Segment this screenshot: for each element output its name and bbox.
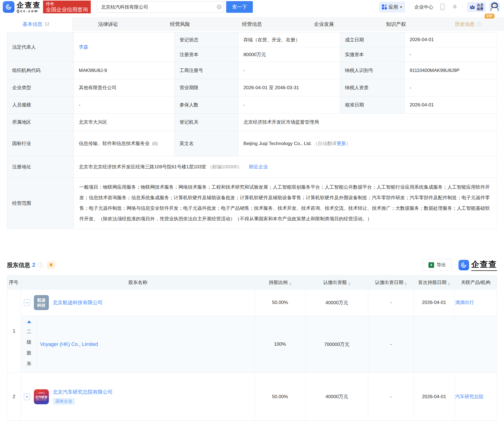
col-ratio[interactable]: 持股比例 — [255, 276, 306, 290]
logo-line1: 北汽研发 — [35, 395, 47, 399]
promo-line2: 全国企业信用查询 — [46, 7, 88, 13]
nearby-companies-link[interactable]: 附近企业 — [249, 164, 268, 169]
logo-name-cn: 企查查 — [17, 1, 41, 9]
en-name-note: （自动翻译 — [313, 141, 337, 146]
promo-badge[interactable]: 传奇 全国企业信用查询 — [43, 1, 91, 13]
vip-line2: 续费 — [477, 7, 483, 11]
excel-icon: X — [429, 262, 434, 268]
tab-operation-info[interactable]: 经营信息 — [216, 17, 288, 31]
related-product-link[interactable]: 滴滴出行 — [455, 300, 474, 305]
col-related: 关联产品/机构 — [455, 276, 497, 290]
label-biz-term: 营业期限 — [175, 79, 238, 96]
enterprise-center-link[interactable]: 企业中心 — [414, 4, 433, 10]
value-company-type: 其他有限责任公司 — [74, 79, 175, 96]
shareholder-sub-row: 二级股东 Voyager (HK) Co., Limited 100% 7000… — [7, 316, 497, 373]
collapse-button[interactable]: − — [24, 299, 30, 306]
col-name: 股东名称 — [21, 276, 255, 290]
tab-label: 企业发展 — [314, 21, 334, 28]
tab-operation-risk[interactable]: 经营风险 — [144, 17, 216, 31]
ratio-cell: 50.00% — [255, 373, 306, 421]
shareholder-name-cell: − 航迹 科技 北京航迹科技有限公司 — [21, 290, 255, 316]
tab-development[interactable]: 企业发展 — [288, 17, 360, 31]
shareholder-row-1: 1 − 航迹 科技 北京航迹科技有限公司 50.00% 40000万元 - 20… — [7, 290, 497, 316]
col-index: 序号 — [7, 276, 21, 290]
info-icon[interactable]: i — [38, 263, 43, 268]
clear-search-icon[interactable]: × — [217, 4, 222, 9]
user-avatar[interactable] — [489, 1, 500, 13]
logo-line2: BAIC R&D — [36, 399, 46, 401]
sub-level-label: 二级股东 — [27, 326, 32, 369]
label-est-date: 成立日期 — [340, 33, 405, 47]
qcc-watermark-text: 企查查 — [471, 259, 497, 271]
apps-menu-button[interactable]: 应用 ▼ — [379, 2, 405, 13]
car-icon — [37, 393, 46, 395]
shareholders-title: 股东信息 2 i — [7, 261, 55, 269]
nav-divider — [462, 4, 463, 9]
export-button[interactable]: X 导出 — [423, 259, 452, 271]
value-paid-capital: - — [405, 47, 497, 62]
subscribe-bell-icon[interactable] — [47, 261, 55, 269]
value-taxpayer-qual: - — [405, 79, 497, 96]
en-name-text: Beijing Juqi Technology Co., Ltd. — [243, 141, 312, 146]
tab-label: 经营风险 — [170, 21, 190, 28]
expand-button[interactable]: + — [24, 393, 30, 400]
value-address: 北京市北京经济技术开发区经海三路109号院61号楼1层103室 （邮编10000… — [74, 156, 497, 178]
label-company-type: 企业类型 — [7, 79, 74, 96]
tab-history[interactable]: 历史信息 i VIP — [432, 17, 504, 31]
legal-rep-link[interactable]: 李森 — [79, 44, 88, 50]
value-biz-term: 2026-04-01 至 2046-03-31 — [238, 79, 340, 96]
label-insured: 参保人数 — [175, 96, 238, 114]
collapse-triangle-icon[interactable] — [27, 320, 31, 323]
sort-icon[interactable] — [448, 282, 450, 286]
ratio-cell: 100% — [255, 316, 306, 373]
sub-shareholder-name-link[interactable]: Voyager (HK) Co., Limited — [40, 341, 98, 347]
col-label: 首次持股日期 — [418, 280, 447, 285]
value-est-date: 2026-04-01 — [405, 33, 497, 47]
tab-basic-info[interactable]: 基本信息 12 — [0, 17, 72, 31]
vip-badge: VIP — [485, 14, 495, 19]
sort-icon[interactable] — [348, 282, 351, 286]
shareholder-name-link[interactable]: 北京航迹科技有限公司 — [53, 299, 103, 306]
tab-ip[interactable]: 知识产权 — [360, 17, 432, 31]
value-reg-status: 存续（在营、开业、在册） — [238, 33, 340, 47]
qcc-logo-text: 企查查 Qcc.com — [17, 1, 41, 13]
sort-icon[interactable] — [289, 282, 291, 286]
en-name-update-link[interactable]: 更新 — [337, 141, 346, 146]
label-reg-authority: 登记机关 — [175, 114, 238, 131]
qcc-watermark-icon — [458, 260, 469, 270]
top-header: 企查查 Qcc.com 传奇 全国企业信用查询 × 查一下 应用 ▼ 企业中心 — [0, 0, 504, 13]
sub-level-cell: 二级股东 — [21, 316, 37, 373]
label-staff-size: 人员规模 — [7, 96, 74, 114]
notification-bell-icon[interactable] — [452, 4, 458, 10]
value-scope: 一般项目：物联网应用服务；物联网技术服务；网络技术服务；工程和技术研究和试验发展… — [74, 178, 497, 229]
value-en-name: Beijing Juqi Technology Co., Ltd. （自动翻译更… — [238, 131, 497, 156]
shareholder-name-cell: + 北汽研发 BAIC R&D 北京汽车研究总院有限公司 国有企业 — [21, 373, 255, 421]
col-label: 持股比例 — [269, 280, 288, 285]
col-sub-date[interactable]: 认缴出资日期 — [368, 276, 414, 290]
sort-icon[interactable] — [405, 282, 407, 286]
main-tabs: 基本信息 12 法律诉讼 经营风险 经营信息 企业发展 知识产权 历史信息 i … — [0, 17, 504, 31]
vip-line1: 会员 — [477, 3, 483, 7]
shareholder-name-link[interactable]: 北京汽车研究总院有限公司 — [53, 389, 113, 395]
label-industry: 国标行业 — [7, 131, 74, 156]
value-staff-size: - — [74, 96, 175, 114]
label-org-code: 组织机构代码 — [7, 62, 74, 79]
mobile-app-icon[interactable] — [440, 4, 445, 10]
tab-legal[interactable]: 法律诉讼 — [72, 17, 144, 31]
qcc-logo[interactable]: 企查查 Qcc.com — [3, 1, 41, 13]
value-region: 北京市大兴区 — [74, 114, 175, 131]
related-product-link[interactable]: 汽车研究总院 — [455, 394, 483, 399]
sub-shareholder-name-cell: Voyager (HK) Co., Limited — [37, 316, 255, 373]
col-amount[interactable]: 认缴出资额 — [306, 276, 368, 290]
label-taxpayer-qual: 纳税人资质 — [340, 79, 405, 96]
info-icon[interactable]: i — [477, 22, 481, 26]
value-biz-reg-no: - — [238, 62, 340, 79]
search-button[interactable]: 查一下 — [226, 1, 253, 13]
state-owned-tag: 国有企业 — [53, 398, 75, 405]
nav-divider — [410, 4, 410, 9]
amount-cell: 700000万元 — [306, 316, 368, 373]
shareholders-header: 股东信息 2 i X 导出 企查查 — [7, 259, 497, 271]
vip-renew-button[interactable]: 会员 续费 — [467, 2, 486, 12]
search-input[interactable] — [97, 1, 224, 13]
col-first-date[interactable]: 首次持股日期 — [414, 276, 455, 290]
